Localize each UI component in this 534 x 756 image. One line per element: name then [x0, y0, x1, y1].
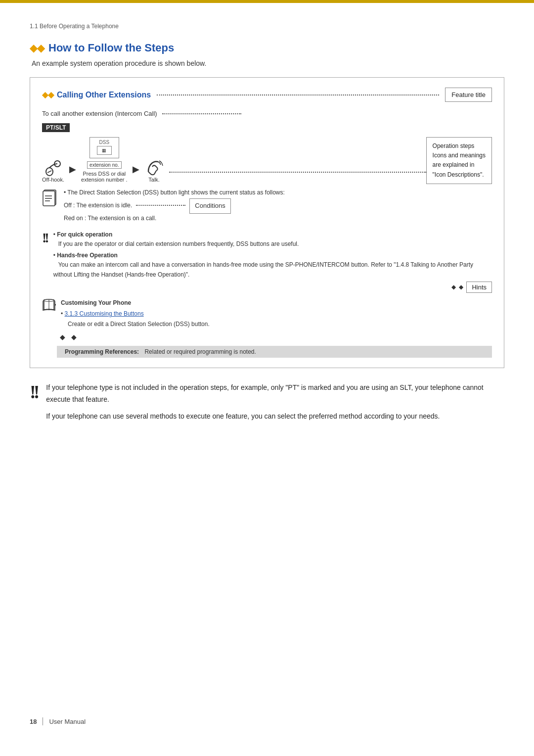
note-para1: If your telephone type is not included i… — [46, 382, 504, 406]
hints-callout: Hints — [466, 282, 492, 293]
section-title: ◆◆ How to Follow the Steps — [30, 42, 504, 54]
prog-arrow-1: ◆ — [60, 333, 65, 341]
op-step-offhook: Off-hook. — [42, 159, 64, 183]
hints-bullet1: • For quick operation If you are the ope… — [53, 230, 492, 249]
note-exclamation-icon: !! — [30, 384, 37, 400]
note-text-area: If your telephone type is not included i… — [46, 382, 504, 422]
footer-divider — [43, 717, 43, 725]
op-dotted-right — [169, 172, 426, 173]
note-section: !! If your telephone type is not include… — [30, 382, 504, 422]
box-header: ◆◆ Calling Other Extensions Feature titl… — [42, 88, 492, 102]
op-label-talk: Talk. — [148, 177, 160, 183]
op-arrow-1: ▶ — [69, 164, 76, 175]
feature-title-callout: Feature title — [445, 88, 492, 102]
phone-offhook-icon — [44, 159, 62, 177]
extension-no-sublabel: extension no. — [87, 161, 122, 169]
prog-ref-area: ◆ ◆ Programming References: Related or r… — [42, 333, 492, 358]
prog-ref-bar: Programming References: Related or requi… — [57, 346, 492, 358]
customise-title: Customising Your Phone — [61, 298, 210, 308]
conditions-icon — [42, 189, 58, 211]
diamond-icon-1: ◆◆ — [30, 42, 44, 54]
prog-arrow-2: ◆ — [71, 333, 77, 341]
small-diamond-1: ◆ — [451, 284, 456, 290]
customise-row: Customising Your Phone • 3.1.3 Customisi… — [42, 298, 492, 329]
op-step-talk: Talk. — [144, 157, 164, 183]
footer: 18 User Manual — [30, 717, 504, 725]
customise-book-icon — [42, 299, 56, 312]
hints-bullet2: • Hands-free Operation You can make an i… — [53, 251, 492, 280]
hints-row: !! • For quick operation If you are the … — [42, 230, 492, 280]
dss-label: DSS — [94, 140, 115, 145]
conditions-row: • The Direct Station Selection (DSS) but… — [42, 184, 492, 223]
hints-section: !! • For quick operation If you are the … — [42, 230, 492, 293]
diamond-icon-box: ◆◆ — [42, 90, 54, 99]
hints-exclamation-icon: !! — [42, 231, 47, 245]
conditions-text-area: • The Direct Station Selection (DSS) but… — [64, 188, 492, 223]
talk-icon — [144, 157, 164, 177]
operation-callout-text: Operation steps Icons and meanings are e… — [433, 142, 486, 180]
customise-icon — [42, 299, 56, 313]
conditions-dotted — [136, 205, 185, 206]
box-title: ◆◆ Calling Other Extensions — [42, 90, 151, 99]
conditions-callout: Conditions — [189, 198, 230, 214]
breadcrumb: 1.1 Before Operating a Telephone — [30, 23, 504, 30]
customise-desc: Create or edit a Direct Station Selectio… — [68, 319, 210, 329]
dss-icon-box: DSS ▦ — [89, 137, 119, 158]
customise-item: • 3.1.3 Customising the Buttons — [61, 309, 210, 319]
note-para2: If your telephone can use several method… — [46, 411, 504, 423]
conditions-bullet1: • The Direct Station Selection (DSS) but… — [64, 188, 492, 197]
op-label-dss: Press DSS or dialextension number . — [81, 171, 128, 183]
pt-slt-badge: PT/SLT — [42, 123, 70, 132]
footer-manual-label: User Manual — [49, 718, 86, 725]
dss-button-icon: ▦ — [97, 146, 112, 155]
small-diamond-2: ◆ — [459, 284, 463, 290]
operation-callout: Operation steps Icons and meanings are e… — [426, 137, 492, 184]
op-steps-area: Off-hook. ▶ DSS ▦ extension no. Press DS… — [42, 137, 426, 183]
op-arrow-2: ▶ — [133, 164, 139, 175]
customise-text-area: Customising Your Phone • 3.1.3 Customisi… — [61, 298, 210, 329]
section-subtitle: An example system operation procedure is… — [32, 59, 504, 67]
op-step-dss: DSS ▦ extension no. Press DSS or dialext… — [81, 137, 128, 183]
demo-box: ◆◆ Calling Other Extensions Feature titl… — [30, 77, 504, 368]
conditions-stack-icon — [42, 189, 58, 207]
hints-callout-wrapper: ◆ ◆ Hints — [42, 282, 492, 293]
intercom-label-row: To call another extension (Intercom Call… — [42, 110, 492, 117]
operation-row: Off-hook. ▶ DSS ▦ extension no. Press DS… — [42, 137, 492, 184]
conditions-detail2: Red on : The extension is on a call. — [64, 214, 492, 223]
conditions-detail-row: Off : The extension is idle. Conditions — [64, 197, 492, 214]
dotted-line-1 — [157, 94, 439, 95]
hints-text-area: • For quick operation If you are the ope… — [53, 230, 492, 280]
prog-ref-arrows: ◆ ◆ — [42, 333, 492, 341]
op-label-offhook: Off-hook. — [42, 177, 64, 183]
footer-page-number: 18 — [30, 718, 37, 725]
